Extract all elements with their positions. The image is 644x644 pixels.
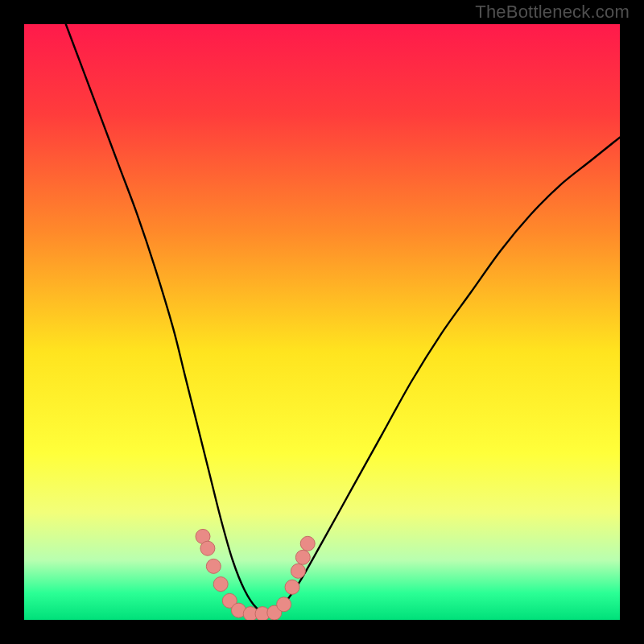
chart-frame: TheBottleneck.com <box>0 0 644 644</box>
threshold-marker <box>200 541 215 555</box>
watermark-text: TheBottleneck.com <box>475 2 630 23</box>
threshold-marker <box>285 580 299 594</box>
bottleneck-chart <box>0 0 644 644</box>
threshold-marker <box>295 550 310 564</box>
threshold-marker <box>213 577 228 592</box>
threshold-marker <box>291 564 305 578</box>
threshold-marker <box>206 559 221 573</box>
threshold-marker <box>300 536 315 551</box>
gradient-background <box>24 24 620 620</box>
threshold-marker <box>277 597 291 612</box>
